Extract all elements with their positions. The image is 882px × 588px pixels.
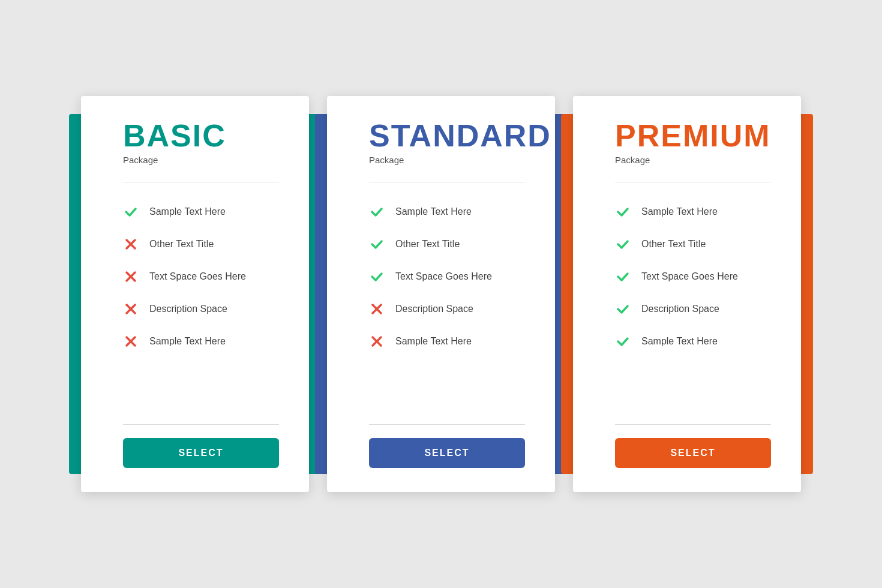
feature-item-premium-2: Text Space Goes Here	[615, 260, 771, 293]
select-button-premium[interactable]: SELECT	[615, 438, 771, 468]
cross-icon-standard-4	[369, 334, 385, 349]
cross-icon-basic-2	[123, 269, 139, 284]
plan-subtitle-basic: Package	[123, 155, 279, 165]
plan-wrapper-premium: PREMIUM Package Sample Text Here	[573, 96, 801, 492]
feature-item-standard-3: Description Space	[369, 293, 525, 325]
feature-item-basic-2: Text Space Goes Here	[123, 260, 279, 293]
feature-item-standard-0: Sample Text Here	[369, 196, 525, 228]
cross-icon-basic-3	[123, 301, 139, 317]
plan-wrapper-basic: BASIC Package Sample Text Here	[81, 96, 309, 492]
check-icon-standard-2	[369, 269, 385, 284]
feature-text-premium-2: Text Space Goes Here	[641, 271, 738, 282]
select-button-basic[interactable]: SELECT	[123, 438, 279, 468]
feature-item-basic-0: Sample Text Here	[123, 196, 279, 228]
plan-subtitle-standard: Package	[369, 155, 525, 165]
check-icon-premium-0	[615, 204, 631, 220]
cross-icon-basic-4	[123, 334, 139, 349]
feature-text-standard-0: Sample Text Here	[395, 206, 472, 217]
feature-text-basic-3: Description Space	[149, 304, 227, 314]
plan-card-basic: BASIC Package Sample Text Here	[81, 96, 309, 492]
plan-title-basic: BASIC	[123, 120, 279, 151]
divider-bottom-basic	[123, 424, 279, 425]
plan-card-standard: STANDARD Package Sample Text Here	[327, 96, 555, 492]
feature-item-premium-0: Sample Text Here	[615, 196, 771, 228]
plan-wrapper-standard: STANDARD Package Sample Text Here	[327, 96, 555, 492]
feature-text-basic-0: Sample Text Here	[149, 206, 226, 217]
features-list-standard: Sample Text Here Other Text Title	[369, 190, 525, 417]
feature-text-basic-2: Text Space Goes Here	[149, 271, 246, 282]
divider-bottom-premium	[615, 424, 771, 425]
feature-text-standard-2: Text Space Goes Here	[395, 271, 492, 282]
feature-item-premium-4: Sample Text Here	[615, 325, 771, 358]
feature-item-standard-2: Text Space Goes Here	[369, 260, 525, 293]
feature-text-basic-1: Other Text Title	[149, 239, 214, 250]
features-list-premium: Sample Text Here Other Text Title	[615, 190, 771, 417]
feature-item-premium-3: Description Space	[615, 293, 771, 325]
feature-text-standard-1: Other Text Title	[395, 239, 460, 250]
feature-text-standard-3: Description Space	[395, 304, 473, 314]
features-list-basic: Sample Text Here Other Text Title	[123, 190, 279, 417]
plan-card-premium: PREMIUM Package Sample Text Here	[573, 96, 801, 492]
feature-text-premium-3: Description Space	[641, 304, 719, 314]
divider-top-standard	[369, 182, 525, 182]
check-icon-standard-1	[369, 236, 385, 252]
feature-item-standard-4: Sample Text Here	[369, 325, 525, 358]
feature-item-standard-1: Other Text Title	[369, 228, 525, 260]
check-icon-premium-2	[615, 269, 631, 284]
plan-title-standard: STANDARD	[369, 120, 525, 151]
cross-icon-standard-3	[369, 301, 385, 317]
check-icon-premium-3	[615, 301, 631, 317]
feature-text-premium-4: Sample Text Here	[641, 336, 718, 347]
feature-item-basic-1: Other Text Title	[123, 228, 279, 260]
feature-text-premium-0: Sample Text Here	[641, 206, 718, 217]
divider-top-premium	[615, 182, 771, 182]
select-button-standard[interactable]: SELECT	[369, 438, 525, 468]
divider-bottom-standard	[369, 424, 525, 425]
check-icon-premium-1	[615, 236, 631, 252]
divider-top-basic	[123, 182, 279, 182]
cross-icon-basic-1	[123, 236, 139, 252]
feature-item-basic-3: Description Space	[123, 293, 279, 325]
feature-item-premium-1: Other Text Title	[615, 228, 771, 260]
check-icon-premium-4	[615, 334, 631, 349]
check-icon-standard-0	[369, 204, 385, 220]
feature-text-premium-1: Other Text Title	[641, 239, 706, 250]
plan-subtitle-premium: Package	[615, 155, 771, 165]
feature-item-basic-4: Sample Text Here	[123, 325, 279, 358]
pricing-container: BASIC Package Sample Text Here	[81, 96, 801, 492]
feature-text-standard-4: Sample Text Here	[395, 336, 472, 347]
check-icon-basic-0	[123, 204, 139, 220]
feature-text-basic-4: Sample Text Here	[149, 336, 226, 347]
plan-title-premium: PREMIUM	[615, 120, 771, 151]
